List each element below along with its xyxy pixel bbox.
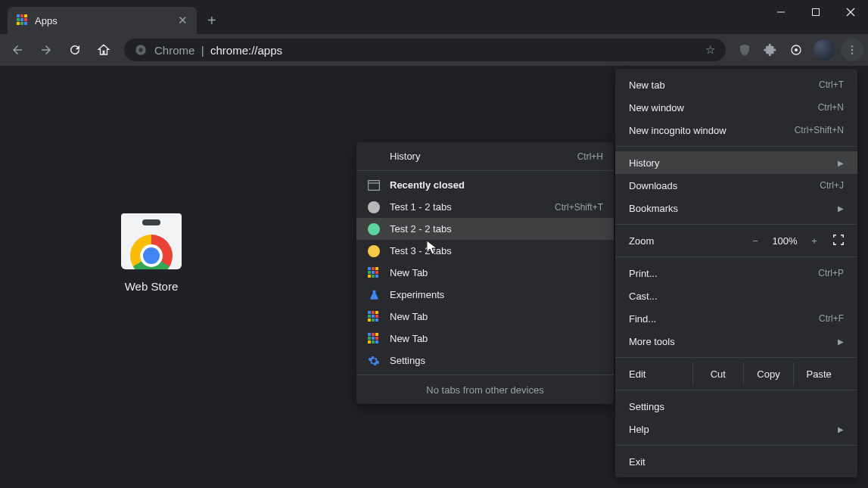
menu-settings[interactable]: Settings [615,395,857,418]
toolbar: Chrome | chrome://apps ☆ [0,34,868,66]
svg-point-8 [851,45,853,47]
menu-downloads[interactable]: DownloadsCtrl+J [615,174,857,197]
history-item-test1[interactable]: Test 1 - 2 tabsCtrl+Shift+T [356,196,614,218]
star-icon[interactable]: ☆ [705,43,715,57]
flask-icon [367,288,381,302]
menu-help[interactable]: Help▶ [615,418,857,440]
window-icon [367,179,381,192]
history-footer: No tabs from other devices [356,378,614,401]
back-button[interactable] [5,37,30,63]
svg-point-10 [851,52,853,54]
tracking-icon[interactable] [785,39,807,61]
minimize-button[interactable] [764,0,798,24]
svg-rect-11 [369,180,380,190]
menu-bookmarks[interactable]: Bookmarks▶ [615,197,857,219]
webstore-icon [121,213,182,269]
extensions-icon[interactable] [759,39,782,61]
menu-find[interactable]: Find...Ctrl+F [615,307,857,330]
forward-button[interactable] [33,37,59,63]
cut-button[interactable]: Cut [692,362,743,385]
new-tab-button[interactable]: + [197,7,227,34]
menu-more-tools[interactable]: More tools▶ [615,330,857,353]
gear-icon [367,354,381,368]
more-button[interactable] [841,39,863,61]
zoom-value: 100% [767,235,803,247]
history-header: Recently closed [356,174,614,196]
mouse-cursor [427,241,437,256]
separator [615,390,857,390]
svg-point-9 [851,49,853,51]
menu-exit[interactable]: Exit [615,450,857,473]
menu-zoom: Zoom − 100% + [615,229,857,252]
tab-title: Apps [35,15,175,26]
menu-new-tab[interactable]: New tabCtrl+T [615,73,857,96]
separator [615,146,857,147]
menu-edit: Edit Cut Copy Paste [615,362,857,385]
title-bar: Apps ✕ + [0,0,868,34]
separator [615,256,857,257]
history-item-history[interactable]: HistoryCtrl+H [356,145,614,167]
ublock-icon[interactable] [733,39,756,61]
separator [356,170,614,171]
history-item-newtab[interactable]: New Tab [356,262,614,284]
chevron-right-icon: ▶ [838,337,844,346]
menu-new-window[interactable]: New windowCtrl+N [615,96,857,119]
history-item-test2[interactable]: Test 2 - 2 tabs [356,218,614,240]
menu-cast[interactable]: Cast... [615,284,857,307]
svg-point-7 [795,48,798,51]
home-button[interactable] [91,37,117,63]
apps-icon [368,311,380,323]
history-item-newtab[interactable]: New Tab [356,306,614,328]
close-icon[interactable]: ✕ [175,14,191,27]
copy-button[interactable]: Copy [743,362,794,385]
zoom-in-button[interactable]: + [803,235,826,247]
apps-icon [368,267,380,279]
dot-icon [368,245,380,257]
menu-incognito[interactable]: New incognito windowCtrl+Shift+N [615,119,857,141]
webstore-app[interactable]: Web Store [121,213,182,293]
history-item-test3[interactable]: Test 3 - 2 tabs [356,240,614,262]
separator [356,375,614,375]
history-item-newtab[interactable]: New Tab [356,328,614,350]
window-controls [764,0,868,34]
chevron-right-icon: ▶ [838,204,844,213]
history-item-experiments[interactable]: Experiments [356,284,614,306]
address-bar[interactable]: Chrome | chrome://apps ☆ [124,39,726,61]
svg-point-5 [138,48,142,51]
tab-apps[interactable]: Apps ✕ [8,7,197,34]
history-submenu: HistoryCtrl+H Recently closed Test 1 - 2… [356,142,614,404]
apps-icon [368,333,380,345]
close-window-button[interactable] [833,0,868,24]
history-item-settings[interactable]: Settings [356,350,614,371]
zoom-out-button[interactable]: − [744,235,767,247]
dot-icon [368,223,380,235]
apps-favicon [17,14,29,26]
maximize-button[interactable] [798,0,833,24]
paste-button[interactable]: Paste [793,362,844,385]
svg-rect-1 [813,9,820,16]
reload-button[interactable] [62,37,88,63]
menu-print[interactable]: Print...Ctrl+P [615,262,857,284]
separator [615,224,857,225]
menu-history[interactable]: History▶ [615,151,857,174]
dot-icon [368,201,380,213]
separator [615,357,857,358]
chrome-icon [135,44,147,56]
chevron-right-icon: ▶ [838,425,844,434]
profile-avatar[interactable] [814,39,835,61]
browser-window: Apps ✕ + Chrome | chrome://apps ☆ Web St [0,0,868,488]
main-menu: New tabCtrl+T New windowCtrl+N New incog… [615,69,857,477]
chevron-right-icon: ▶ [838,159,844,167]
webstore-label: Web Store [125,280,179,293]
separator [615,445,857,446]
address-text: Chrome | chrome://apps [154,44,282,57]
fullscreen-icon[interactable] [833,235,844,247]
